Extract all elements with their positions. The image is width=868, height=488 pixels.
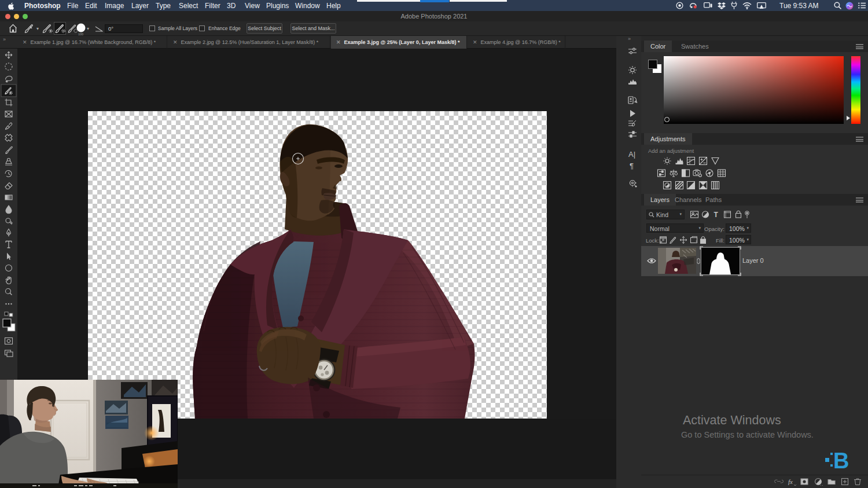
svg-text:fx: fx xyxy=(788,478,793,485)
svg-text:»: » xyxy=(628,36,631,42)
svg-text:¶: ¶ xyxy=(630,162,634,170)
svg-text:B: B xyxy=(833,449,849,471)
svg-text:A|: A| xyxy=(628,150,635,159)
svg-text:T: T xyxy=(714,211,719,219)
